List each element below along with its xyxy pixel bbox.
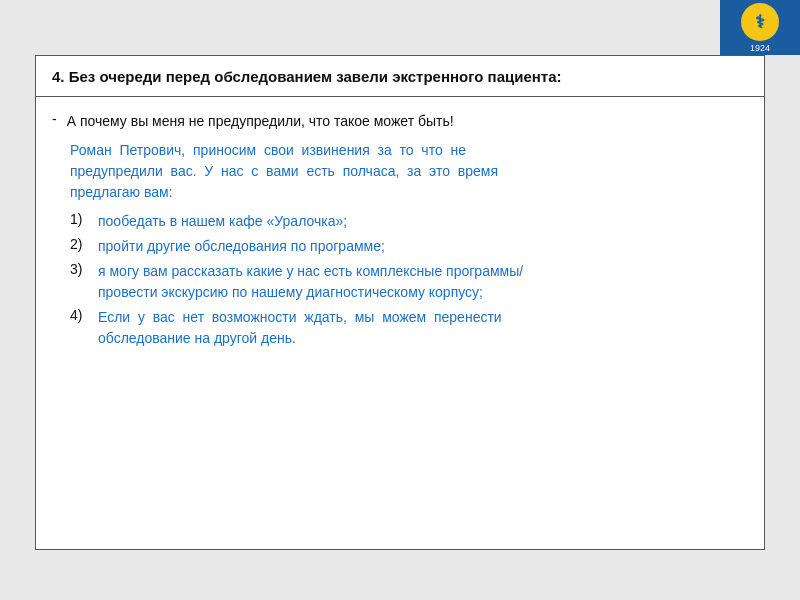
list-num-4: 4) xyxy=(70,307,98,323)
card-header: 4. Без очереди перед обследованием завел… xyxy=(36,56,764,97)
list-num-3: 3) xyxy=(70,261,98,277)
list-item: 3) я могу вам рассказать какие у нас ест… xyxy=(70,261,748,303)
complaint-dash: - xyxy=(52,111,57,127)
complaint-text: А почему вы меня не предупредили, что та… xyxy=(67,111,454,132)
list-item: 1) пообедать в нашем кафе «Уралочка»; xyxy=(70,211,748,232)
list-item: 2) пройти другие обследования по програм… xyxy=(70,236,748,257)
response-intro: Роман Петрович, приносим свои извинения … xyxy=(70,140,748,203)
logo-year: 1924 xyxy=(750,43,770,53)
card-body: - А почему вы меня не предупредили, что … xyxy=(36,97,764,367)
list-num-1: 1) xyxy=(70,211,98,227)
list-text-4: Если у вас нет возможности ждать, мы мож… xyxy=(98,307,502,349)
list-num-2: 2) xyxy=(70,236,98,252)
card-title: 4. Без очереди перед обследованием завел… xyxy=(52,68,562,85)
numbered-list: 1) пообедать в нашем кафе «Уралочка»; 2)… xyxy=(70,211,748,349)
complaint-row: - А почему вы меня не предупредили, что … xyxy=(52,111,748,132)
list-text-1: пообедать в нашем кафе «Уралочка»; xyxy=(98,211,347,232)
list-text-2: пройти другие обследования по программе; xyxy=(98,236,385,257)
list-item: 4) Если у вас нет возможности ждать, мы … xyxy=(70,307,748,349)
response-block: Роман Петрович, приносим свои извинения … xyxy=(70,140,748,349)
main-card: 4. Без очереди перед обследованием завел… xyxy=(35,55,765,550)
logo-symbol: ⚕ xyxy=(755,11,765,33)
page-background: ⚕ 1924 4. Без очереди перед обследование… xyxy=(0,0,800,600)
logo-circle: ⚕ xyxy=(741,3,779,41)
list-text-3: я могу вам рассказать какие у нас есть к… xyxy=(98,261,523,303)
logo-area: ⚕ 1924 xyxy=(720,0,800,55)
